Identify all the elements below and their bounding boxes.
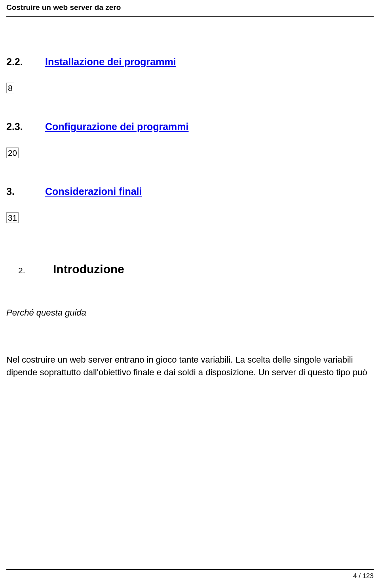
toc-number: 3.: [6, 186, 39, 197]
page-number: 4 / 123: [6, 572, 374, 580]
toc-link-considerazioni[interactable]: Considerazioni finali: [45, 186, 142, 197]
toc-entry: 3. Considerazioni finali: [6, 186, 374, 197]
page-footer: 4 / 123: [6, 569, 374, 580]
body-paragraph: Nel costruire un web server entrano in g…: [6, 354, 374, 379]
section-title: Introduzione: [53, 263, 124, 276]
toc-entry: 2.2. Installazione dei programmi: [6, 56, 374, 68]
section-subtitle: Perché questa guida: [6, 308, 374, 318]
toc-link-installazione[interactable]: Installazione dei programmi: [45, 56, 176, 68]
toc-page-ref: 31: [6, 212, 19, 223]
header-rule: [6, 16, 374, 17]
toc-page-ref: 8: [6, 83, 14, 93]
toc-entry: 2.3. Configurazione dei programmi: [6, 121, 374, 132]
section-number: 2.: [18, 266, 53, 275]
toc-number: 2.2.: [6, 56, 39, 68]
toc-link-configurazione[interactable]: Configurazione dei programmi: [45, 121, 189, 132]
toc-page-ref: 20: [6, 147, 19, 158]
toc-number: 2.3.: [6, 121, 39, 132]
footer-rule: [6, 569, 374, 570]
document-title: Costruire un web server da zero: [6, 3, 374, 14]
section-heading: 2. Introduzione: [6, 263, 374, 276]
